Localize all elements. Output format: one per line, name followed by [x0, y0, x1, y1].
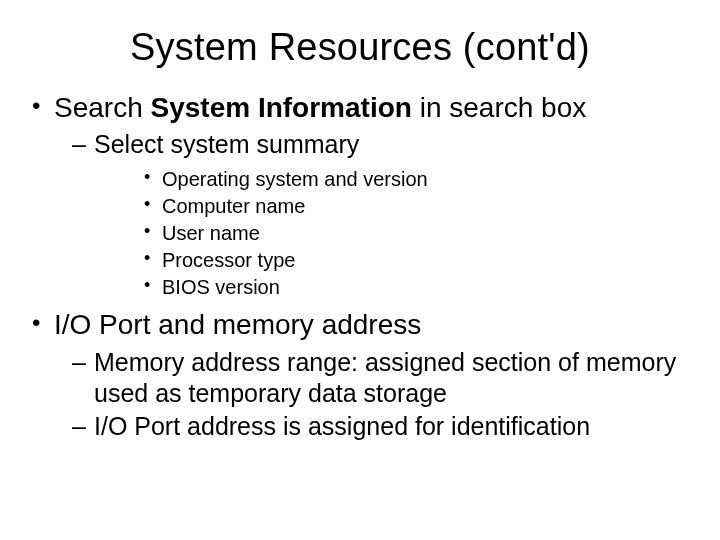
text: BIOS version: [162, 276, 280, 298]
text: Operating system and version: [162, 168, 428, 190]
sub-sub-list: Operating system and version Computer na…: [94, 166, 692, 300]
text: Processor type: [162, 249, 295, 271]
list-item: Processor type: [142, 247, 692, 273]
slide: System Resources (cont'd) Search System …: [0, 0, 720, 540]
text: Memory address range: assigned section o…: [94, 348, 676, 407]
text-prefix: Search: [54, 92, 151, 123]
text: I/O Port address is assigned for identif…: [94, 412, 590, 440]
list-item: BIOS version: [142, 274, 692, 300]
bullet-list: Search System Information in search box …: [28, 91, 692, 442]
bullet-io-port: I/O Port and memory address Memory addre…: [28, 308, 692, 442]
sub-list: Select system summary Operating system a…: [54, 129, 692, 300]
list-item: User name: [142, 220, 692, 246]
list-item: Computer name: [142, 193, 692, 219]
bullet-search-system-info: Search System Information in search box …: [28, 91, 692, 300]
sub-list: Memory address range: assigned section o…: [54, 347, 692, 443]
text: I/O Port and memory address: [54, 309, 421, 340]
text: Select system summary: [94, 130, 359, 158]
bullet-select-summary: Select system summary Operating system a…: [70, 129, 692, 300]
list-item: Memory address range: assigned section o…: [70, 347, 692, 410]
list-item: I/O Port address is assigned for identif…: [70, 411, 692, 442]
text-suffix: in search box: [412, 92, 586, 123]
text: Computer name: [162, 195, 305, 217]
list-item: Operating system and version: [142, 166, 692, 192]
slide-title: System Resources (cont'd): [28, 26, 692, 69]
text: User name: [162, 222, 260, 244]
text-bold: System Information: [151, 92, 412, 123]
